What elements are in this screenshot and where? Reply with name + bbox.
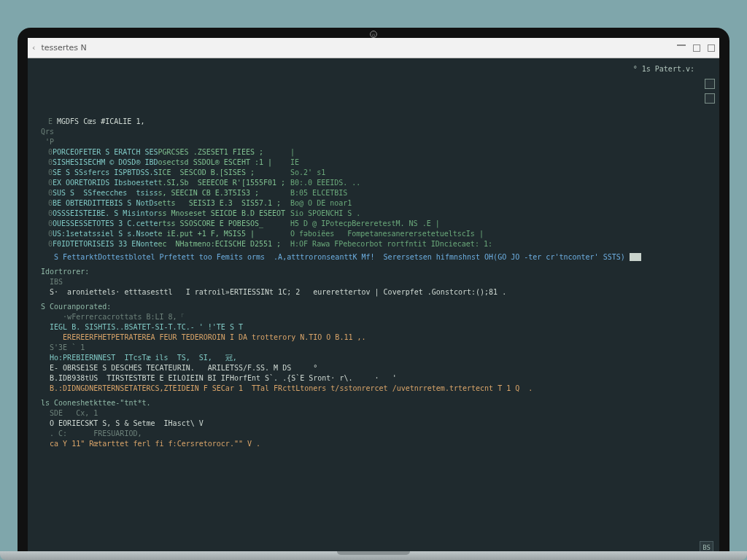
minimize-icon[interactable] (677, 44, 686, 46)
terminal-line: . C: FRESUARIOD, (41, 429, 699, 439)
table-row: 0OUESSESSETOTES 3 C.cettertss SSOSCORE E… (41, 219, 699, 229)
terminal-line: S· aroniettels· etttasesttl I ratroil»ER… (41, 287, 699, 298)
section-header: S Couranporated: (41, 302, 699, 312)
table-row: 0US:1setatssiel S s.Nsoete iE.put +1 F, … (41, 229, 699, 239)
section-header: Idortrorer: (41, 267, 699, 277)
terminal-line: IBS (41, 277, 699, 287)
laptop-bezel: ○ ‹ tessertes N ° 1s Patert.v: BS E MGDF… (18, 28, 729, 560)
panel-icon[interactable] (705, 93, 715, 104)
laptop-notch (337, 551, 410, 555)
terminal-line: B.:DIDNGDNERTERNSETATERCS,ZTEIDEIN F SEC… (41, 384, 699, 394)
table-row: 0BE OBTERDITTEBIS S NotDsetts SEISI3 E.3… (41, 198, 699, 209)
terminal-line: IEGL B. SISHTIS..BSATET-SI-T.TC.- ' !'TE… (41, 322, 699, 332)
terminal-line: S'3E ` 1 (41, 343, 699, 353)
table-row: 0EX OORETORIDS Ibsboestett.SI,Sb SEEECOE… (41, 178, 699, 188)
section-header: ls Cooneshetkttee-"tnt*t. (41, 398, 699, 408)
status-info: ° 1s Patert.v: (633, 64, 694, 74)
window-title-bar[interactable]: ‹ tessertes N (28, 38, 719, 58)
table-row: 0SUS S SSfeecches tsisss, SEECIN CB E.3T… (41, 188, 699, 198)
terminal-line: O EORIECSKT S, S & Setme IHasct\ V (41, 419, 699, 429)
header-line: E MGDFS Cœs #ICALIE 1, (41, 117, 699, 127)
close-icon[interactable] (708, 44, 715, 52)
screen: ‹ tessertes N ° 1s Patert.v: BS E MGDFS … (28, 38, 719, 560)
back-icon[interactable]: ‹ (32, 43, 35, 52)
terminal-line: B.IDB938tUS TIRSTESTBTE E EILOIEIN BI IF… (41, 373, 699, 384)
terminal-line: Ho:PREBIERNNEST ITcsTæ ils TS, SI, 冠, (41, 353, 699, 363)
terminal-viewport[interactable]: ° 1s Patert.v: BS E MGDFS Cœs #ICALIE 1,… (28, 58, 719, 560)
status-line: S FettarktDottestblotel Prfetett too Fem… (41, 252, 699, 262)
terminal-line: E- OBRSE1SE S DESCHES TECATEURIN. ARILET… (41, 363, 699, 373)
webcam-icon: ○ (370, 31, 377, 38)
terminal-line: SDE Cx, 1 (41, 408, 699, 419)
window-controls (677, 44, 715, 52)
right-gutter (705, 79, 715, 104)
terminal-line: ca Y 11" Rœtarttet ferl fi f:Cersretoroc… (41, 439, 699, 449)
table-row: 0SE S SSsfercs ISPBTDSS.SICE SESCOD B.[S… (41, 168, 699, 178)
panel-icon[interactable] (705, 79, 715, 89)
window-title: tessertes N (41, 43, 86, 52)
table-row: 0F0IDTETORISEIS 33 ENonteec NHatmeno:ECI… (41, 239, 699, 249)
maximize-icon[interactable] (693, 44, 700, 52)
table-row: 0PORCEOFETER S ERATCH SESPGRCSES .ZSESET… (41, 147, 699, 158)
table-row: 0SISHESISECHM © DOSD® IBDosectsd SSDOL® … (41, 158, 699, 168)
terminal-line: ·wFerrercacrottats B:LI 8,「 (41, 312, 699, 322)
terminal-line: EREREERFHETPETRATEREA FEUR TEDEROROIN I … (41, 332, 699, 343)
table-row: 0OSSSEISTEIBE. S Misintorss Mnoseset SEI… (41, 209, 699, 219)
